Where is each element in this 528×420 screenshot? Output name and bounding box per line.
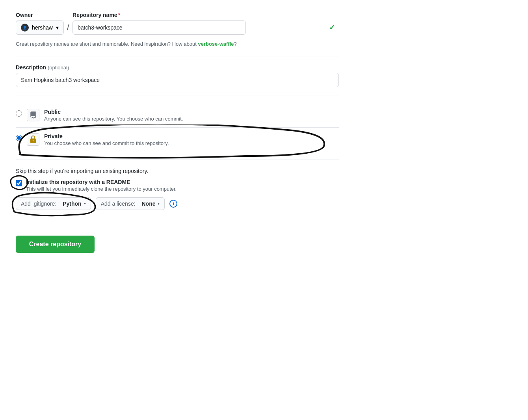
- suggestion-link[interactable]: verbose-waffle: [198, 41, 234, 47]
- gitignore-label-prefix: Add .gitignore:: [21, 201, 56, 207]
- owner-avatar: 👤: [21, 24, 29, 32]
- visibility-public-radio[interactable]: [16, 110, 22, 117]
- public-desc: Anyone can see this repository. You choo…: [44, 116, 183, 122]
- owner-label: Owner: [16, 12, 64, 18]
- optional-label: (optional): [48, 65, 69, 71]
- create-repository-button[interactable]: Create repository: [16, 236, 95, 253]
- license-dropdown[interactable]: Add a license: None ▾: [96, 197, 165, 210]
- readme-text: Initialize this repository with a README…: [26, 179, 177, 192]
- repo-name-input-wrap: ✓: [73, 20, 339, 35]
- description-input[interactable]: [16, 73, 339, 87]
- divider-2: [16, 95, 339, 95]
- avatar-image: 👤: [21, 24, 29, 32]
- gitignore-label-value: Python: [63, 201, 81, 207]
- visibility-private-radio[interactable]: [16, 135, 22, 141]
- private-title: Private: [44, 133, 169, 139]
- divider-1: [16, 56, 339, 56]
- skip-text: Skip this step if you're importing an ex…: [16, 168, 339, 174]
- public-text: Public Anyone can see this repository. Y…: [44, 109, 183, 122]
- visibility-section: Public Anyone can see this repository. Y…: [16, 103, 339, 152]
- readme-checkbox-row: Initialize this repository with a README…: [16, 179, 339, 192]
- private-text: Private You choose who can see and commi…: [44, 133, 169, 146]
- initialize-section: Skip this step if you're importing an ex…: [16, 168, 339, 210]
- divider-3: [16, 160, 339, 160]
- owner-dropdown-button[interactable]: 👤 hershaw ▾: [16, 20, 64, 35]
- visibility-public-option: Public Anyone can see this repository. Y…: [16, 103, 339, 127]
- owner-field-group: Owner 👤 hershaw ▾: [16, 12, 64, 35]
- private-desc: You choose who can see and commit to thi…: [44, 140, 169, 146]
- description-label: Description(optional): [16, 64, 339, 71]
- visibility-private-option: Private You choose who can see and commi…: [16, 127, 339, 152]
- divider-4: [16, 218, 339, 218]
- license-label-value: None: [141, 201, 155, 207]
- repo-name-label: Repository name*: [73, 12, 339, 18]
- public-icon: [27, 109, 39, 121]
- gitignore-dropdown[interactable]: Add .gitignore: Python ▾: [16, 197, 91, 210]
- gitignore-dropdown-arrow: ▾: [84, 201, 86, 206]
- license-label-prefix: Add a license:: [101, 201, 136, 207]
- description-group: Description(optional): [16, 64, 339, 87]
- owner-repo-row: Owner 👤 hershaw ▾ / Repository name* ✓: [16, 12, 339, 35]
- required-marker: *: [118, 12, 120, 18]
- repo-name-input[interactable]: [73, 20, 246, 35]
- readme-checkbox[interactable]: [16, 180, 22, 186]
- slash-divider: /: [67, 12, 69, 35]
- license-dropdown-arrow: ▾: [158, 201, 160, 206]
- license-info-icon[interactable]: i: [169, 200, 177, 208]
- dropdowns-row: Add .gitignore: Python ▾ Add a license: …: [16, 197, 339, 210]
- readme-title: Initialize this repository with a README: [26, 179, 177, 185]
- repo-name-field-group: Repository name* ✓: [73, 12, 339, 35]
- valid-check-icon: ✓: [329, 23, 335, 32]
- owner-dropdown-arrow: ▾: [56, 24, 59, 31]
- repo-name-hint: Great repository names are short and mem…: [16, 40, 339, 48]
- public-title: Public: [44, 109, 183, 115]
- owner-name: hershaw: [32, 24, 53, 31]
- private-icon: [27, 133, 39, 146]
- readme-desc: This will let you immediately clone the …: [26, 186, 177, 192]
